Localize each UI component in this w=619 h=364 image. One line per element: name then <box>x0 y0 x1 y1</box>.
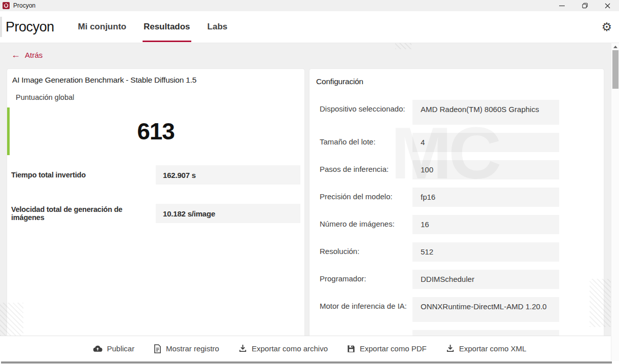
vertical-scrollbar[interactable] <box>611 43 619 361</box>
show-log-button[interactable]: Mostrar registro <box>154 344 219 353</box>
procyon-logo-icon <box>3 2 10 9</box>
config-label: Motor de inferencia de IA: <box>320 297 412 312</box>
config-value-box <box>412 330 559 336</box>
benchmark-result-card: AI Image Generation Benchmark - Stable D… <box>7 69 304 336</box>
brand-title: Procyon <box>6 19 54 35</box>
brand-divider <box>0 17 2 37</box>
config-row-image-count: Número de imágenes: 16 <box>320 215 597 234</box>
minimize-button[interactable] <box>551 0 573 11</box>
watermark-stripes <box>395 43 411 49</box>
stat-label: Tiempo total invertido <box>11 171 86 179</box>
stat-value-box: 162.907 s <box>156 165 300 185</box>
gear-icon[interactable]: ⚙ <box>601 20 612 33</box>
cloud-upload-icon <box>93 345 102 352</box>
config-label: Programador: <box>320 270 412 284</box>
back-button[interactable]: ← Atrás <box>11 50 43 59</box>
benchmark-title: AI Image Generation Benchmark - Stable D… <box>12 76 304 85</box>
config-value: DDIMScheduler <box>421 275 474 283</box>
back-arrow-icon: ← <box>11 50 20 59</box>
config-label: Número de imágenes: <box>320 215 412 230</box>
config-value-box: 16 <box>412 215 559 234</box>
stat-row-generation-speed: Velocidad total de generación de imágene… <box>11 204 300 223</box>
overall-score-value: 613 <box>7 107 304 155</box>
tab-labs[interactable]: Labs <box>207 20 229 34</box>
stat-row-total-time: Tiempo total invertido 162.907 s <box>11 165 300 185</box>
overall-score-label: Puntuación global <box>16 93 304 101</box>
window-title: Procyon <box>13 2 36 9</box>
config-label <box>320 330 412 333</box>
config-value-box: AMD Radeon(TM) 8060S Graphics <box>412 100 559 125</box>
back-label: Atrás <box>25 51 43 59</box>
config-value-box: 100 <box>412 160 559 179</box>
config-row-resolution: Resolución: 512 <box>320 242 597 262</box>
footer-toolbar: Publicar Mostrar registro Exportar como … <box>0 336 619 361</box>
publish-button[interactable]: Publicar <box>93 344 134 353</box>
score-band: 613 <box>7 107 304 155</box>
config-value-box: DDIMScheduler <box>412 270 559 289</box>
config-label: Tamaño del lote: <box>320 133 412 148</box>
horizontal-scrollbar[interactable] <box>0 361 619 364</box>
stat-value-box: 10.182 s/image <box>156 204 300 223</box>
config-label: Resolución: <box>320 242 412 257</box>
main-nav: Procyon Mi conjunto Resultados Labs ⚙ <box>0 11 619 43</box>
config-row-partial <box>320 330 597 336</box>
config-row-inference-steps: Pasos de inferencia: 100 <box>320 160 597 179</box>
stat-label: Velocidad total de generación de imágene… <box>11 205 153 222</box>
config-value: AMD Radeon(TM) 8060S Graphics <box>421 105 539 114</box>
config-value-box: 4 <box>412 133 559 152</box>
save-icon <box>347 345 355 353</box>
config-row-batch-size: Tamaño del lote: 4 <box>320 133 597 152</box>
config-value: ONNXRuntime-DirectML-AMD 1.20.0 <box>421 302 546 311</box>
config-value-box: ONNXRuntime-DirectML-AMD 1.20.0 <box>412 297 559 322</box>
close-button[interactable] <box>596 0 619 11</box>
restore-button[interactable] <box>573 0 596 11</box>
results-content: ← Atrás AI Image Generation Benchmark - … <box>0 43 619 336</box>
document-icon <box>154 344 161 353</box>
download-icon <box>238 344 247 353</box>
config-value-box: fp16 <box>412 188 559 207</box>
stat-value: 10.182 s/image <box>163 209 215 218</box>
config-value-box: 512 <box>412 242 559 262</box>
export-file-button[interactable]: Exportar como archivo <box>238 344 328 353</box>
config-row-scheduler: Programador: DDIMScheduler <box>320 270 597 289</box>
export-xml-button[interactable]: Exportar como XML <box>446 344 527 353</box>
config-label: Precisión del modelo: <box>320 188 412 202</box>
config-value: 512 <box>421 247 433 256</box>
config-row-device: Dispositivo seleccionado: AMD Radeon(TM)… <box>320 100 597 125</box>
configuration-card: Configuración Dispositivo seleccionado: … <box>310 69 604 336</box>
scroll-up-arrow-icon[interactable] <box>613 46 617 48</box>
horizontal-scrollbar-thumb[interactable] <box>1 361 612 363</box>
config-value: 4 <box>421 138 425 147</box>
config-value: 16 <box>421 220 429 229</box>
window-titlebar: Procyon <box>0 0 619 11</box>
download-icon <box>446 344 455 353</box>
export-pdf-button[interactable]: Exportar como PDF <box>347 344 427 353</box>
config-row-inference-engine: Motor de inferencia de IA: ONNXRuntime-D… <box>320 297 597 322</box>
tab-resultados[interactable]: Resultados <box>143 20 191 34</box>
stat-value: 162.907 s <box>163 171 196 179</box>
vertical-scrollbar-thumb[interactable] <box>612 50 618 89</box>
config-value: 100 <box>421 165 433 174</box>
config-label: Pasos de inferencia: <box>320 160 412 175</box>
config-label: Dispositivo seleccionado: <box>320 100 412 115</box>
config-row-model-precision: Precisión del modelo: fp16 <box>320 188 597 207</box>
tab-mi-conjunto[interactable]: Mi conjunto <box>77 20 127 34</box>
score-accent-bar <box>7 107 10 155</box>
config-value: fp16 <box>421 193 435 201</box>
configuration-title: Configuración <box>316 77 604 86</box>
